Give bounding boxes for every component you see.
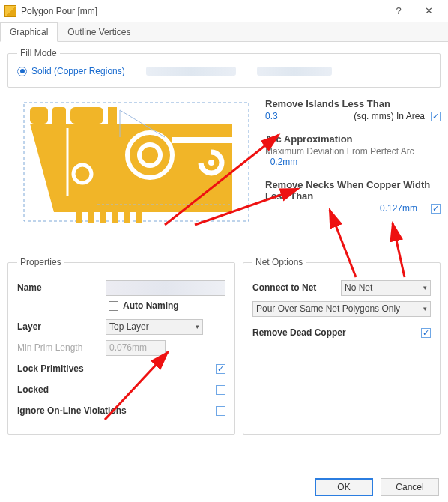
auto-naming-label: Auto Naming <box>123 300 179 311</box>
chevron-down-icon: ▾ <box>196 323 199 330</box>
remove-necks-title: Remove Necks When Copper Width Less Than <box>265 179 441 202</box>
connect-net-label: Connect to Net <box>252 282 335 293</box>
cancel-button[interactable]: Cancel <box>381 478 439 496</box>
connect-net-value: No Net <box>345 282 372 293</box>
fill-mode-group: Fill Mode Solid (Copper Regions) <box>7 48 441 88</box>
fill-mode-solid-option[interactable]: Solid (Copper Regions) <box>17 66 125 76</box>
svg-rect-3 <box>70 107 103 124</box>
chevron-down-icon: ▾ <box>423 305 427 312</box>
name-label: Name <box>17 282 100 293</box>
fill-mode-legend: Fill Mode <box>17 48 60 58</box>
fill-mode-solid-label: Solid (Copper Regions) <box>31 66 125 76</box>
layer-select-value: Top Layer <box>109 321 149 332</box>
svg-rect-4 <box>108 107 117 124</box>
net-options-group: Net Options Connect to Net No Net ▾ Pour… <box>243 257 441 435</box>
chevron-down-icon: ▾ <box>423 284 427 291</box>
connect-net-select[interactable]: No Net ▾ <box>341 280 431 296</box>
remove-islands-suffix: (sq. mms) In Area <box>284 111 425 121</box>
min-prim-label: Min Prim Length <box>17 342 100 353</box>
arc-approx-subtitle: Maximum Deviation From Perfect Arc <box>265 146 414 157</box>
dialog-footer: OK Cancel <box>315 478 439 496</box>
svg-rect-1 <box>30 107 48 124</box>
help-button[interactable]: ? <box>384 0 414 22</box>
locked-checkbox[interactable] <box>216 385 225 395</box>
arc-approx-block: Arc Approximation Maximum Deviation From… <box>265 133 441 167</box>
tab-outline-vertices[interactable]: Outline Vertices <box>58 22 140 41</box>
svg-rect-9 <box>172 137 232 143</box>
ignore-violations-label: Ignore On-Line Violations <box>17 405 210 416</box>
properties-group: Properties Name Auto Naming Layer Top La… <box>7 257 235 435</box>
polygon-icon <box>4 5 16 17</box>
remove-islands-value[interactable]: 0.3 <box>265 111 278 121</box>
remove-dead-checkbox[interactable] <box>421 328 431 338</box>
pour-rule-select[interactable]: Pour Over Same Net Polygons Only ▾ <box>252 301 431 317</box>
tab-graphical[interactable]: Graphical <box>0 22 58 42</box>
layer-select[interactable]: Top Layer ▾ <box>106 319 203 335</box>
remove-islands-title: Remove Islands Less Than <box>265 98 441 109</box>
net-options-legend: Net Options <box>252 257 306 267</box>
auto-naming-option[interactable]: Auto Naming <box>109 300 225 311</box>
pour-rule-value: Pour Over Same Net Polygons Only <box>256 303 400 314</box>
tab-bar: Graphical Outline Vertices <box>0 22 448 42</box>
remove-islands-block: Remove Islands Less Than 0.3 (sq. mms) I… <box>265 98 441 121</box>
remove-necks-checkbox[interactable] <box>431 204 441 214</box>
lock-primitives-label: Lock Primitives <box>17 363 210 374</box>
name-input[interactable] <box>106 280 225 296</box>
remove-necks-block: Remove Necks When Copper Width Less Than… <box>265 179 441 214</box>
title-bar: Polygon Pour [mm] ? ✕ <box>0 0 448 22</box>
layer-label: Layer <box>17 321 100 332</box>
svg-point-8 <box>208 160 214 166</box>
window-title: Polygon Pour [mm] <box>21 6 384 16</box>
lock-primitives-checkbox[interactable] <box>216 364 225 374</box>
obscured-option-2 <box>257 67 332 76</box>
close-button[interactable]: ✕ <box>414 0 444 22</box>
polygon-preview <box>7 95 255 245</box>
svg-rect-2 <box>52 107 66 134</box>
obscured-option-1 <box>146 67 236 76</box>
arc-approx-title: Arc Approximation <box>265 133 441 145</box>
ok-button[interactable]: OK <box>315 478 373 496</box>
remove-dead-label: Remove Dead Copper <box>252 327 415 338</box>
properties-legend: Properties <box>17 257 64 267</box>
remove-islands-checkbox[interactable] <box>431 112 441 121</box>
radio-checked-icon <box>17 67 27 76</box>
polygon-preview-svg <box>7 95 255 245</box>
auto-naming-checkbox[interactable] <box>109 301 118 311</box>
min-prim-input <box>106 340 166 356</box>
remove-necks-value[interactable]: 0.127mm <box>380 203 417 214</box>
arc-approx-value[interactable]: 0.2mm <box>270 157 298 167</box>
locked-label: Locked <box>17 384 210 395</box>
ignore-violations-checkbox[interactable] <box>216 406 225 416</box>
